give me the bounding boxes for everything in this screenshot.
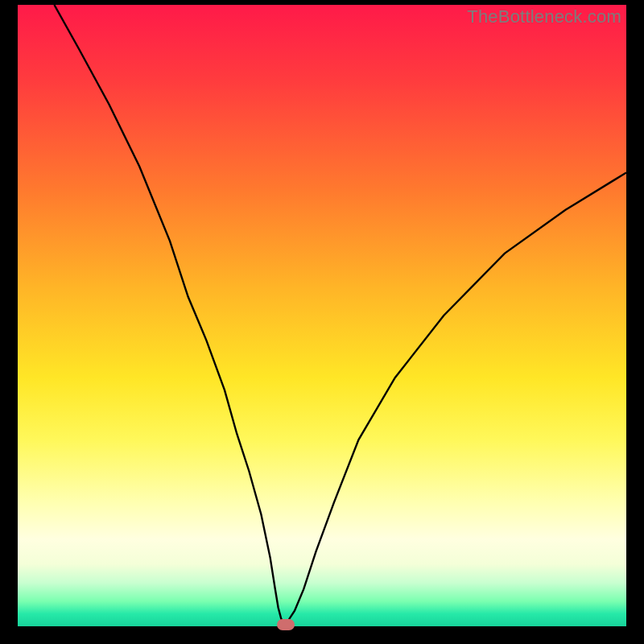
plot-area (18, 5, 626, 626)
bottleneck-curve (18, 5, 626, 626)
watermark-text: TheBottleneck.com (467, 6, 621, 27)
curve-minimum-marker (277, 619, 295, 630)
chart-frame: TheBottleneck.com (0, 0, 644, 644)
